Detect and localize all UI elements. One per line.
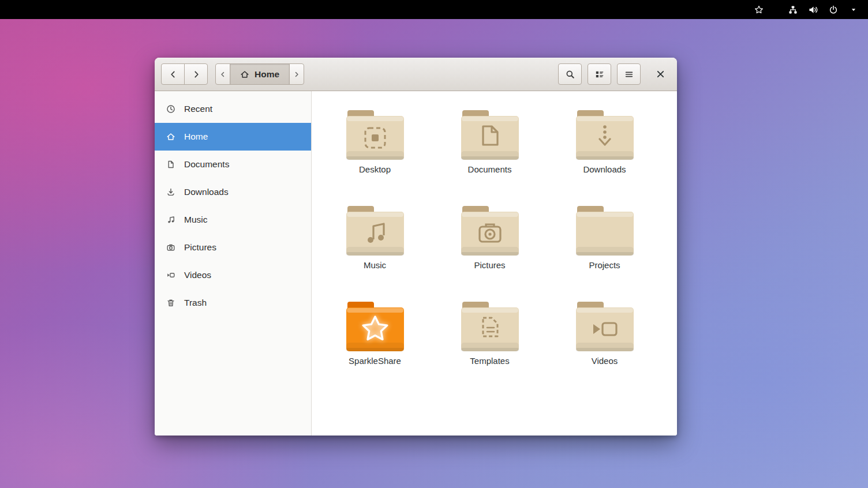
sidebar-item-label: Music [184,215,207,225]
sidebar-item-downloads[interactable]: Downloads [155,178,311,206]
sidebar-item-pictures[interactable]: Pictures [155,234,311,261]
path-scroll-right-button[interactable] [289,63,304,85]
sidebar-item-label: Trash [184,298,207,308]
sidebar-item-home[interactable]: Home [155,123,311,151]
folder-icon [460,203,520,258]
file-manager-window: Home Recent Home Documents Downloads Mus… [155,58,677,436]
sidebar-item-label: Videos [184,270,211,280]
file-item-downloads[interactable]: Downloads [547,107,662,203]
sidebar-item-label: Documents [184,159,229,170]
file-item-templates[interactable]: Templates [432,299,547,395]
path-bar: Home [215,63,304,85]
system-top-bar [0,0,868,19]
toolbar-actions [552,63,671,85]
folder-icon [345,203,405,258]
sidebar-item-videos[interactable]: Videos [155,261,311,289]
sidebar-item-documents[interactable]: Documents [155,151,311,178]
file-item-videos[interactable]: Videos [547,299,662,395]
search-button[interactable] [558,63,582,85]
document-icon [166,160,175,169]
file-label: Pictures [474,260,505,270]
file-item-projects[interactable]: Projects [547,203,662,299]
file-label: Documents [468,164,512,174]
nav-button-group [161,63,208,85]
file-label: Templates [470,356,509,366]
file-label: SparkleShare [349,356,401,366]
clock-icon [166,104,175,114]
files-grid: Desktop Documents Downloads [312,91,677,436]
file-item-music[interactable]: Music [317,203,432,299]
file-label: Videos [592,356,618,366]
folder-icon [460,107,520,163]
trash-icon [166,298,175,307]
folder-icon [575,203,635,258]
location-home-button[interactable]: Home [230,63,290,85]
forward-button[interactable] [184,63,208,85]
menu-button[interactable] [617,63,641,85]
network-icon[interactable] [788,5,798,15]
headerbar: Home [155,58,677,91]
chevron-down-icon[interactable] [848,5,859,15]
topbar-icons [754,5,868,15]
window-content: Recent Home Documents Downloads Music Pi… [155,91,677,436]
view-list-button[interactable] [588,63,611,85]
video-icon [166,271,175,280]
sidebar-item-trash[interactable]: Trash [155,289,311,317]
folder-icon [575,107,635,163]
sidebar: Recent Home Documents Downloads Music Pi… [155,91,312,436]
file-label: Projects [589,260,620,270]
volume-icon[interactable] [808,5,818,15]
sidebar-item-music[interactable]: Music [155,206,311,234]
location-label: Home [255,69,279,80]
folder-icon [345,107,405,163]
star-icon[interactable] [754,5,764,15]
home-icon [240,70,249,79]
path-scroll-left-button[interactable] [215,63,230,85]
back-button[interactable] [161,63,185,85]
sidebar-item-label: Home [184,132,208,142]
music-icon [166,215,175,224]
file-label: Desktop [359,164,391,174]
download-icon [166,187,175,197]
sidebar-item-recent[interactable]: Recent [155,95,311,123]
sidebar-item-label: Recent [184,104,212,114]
camera-icon [166,243,175,252]
file-item-desktop[interactable]: Desktop [317,107,432,203]
home-icon [166,132,175,141]
file-item-documents[interactable]: Documents [432,107,547,203]
folder-icon [575,299,635,354]
folder-icon [460,299,520,354]
file-label: Music [364,260,386,270]
file-item-sparkleshare[interactable]: SparkleShare [317,299,432,395]
sidebar-item-label: Downloads [184,187,229,197]
close-button[interactable] [650,63,671,85]
file-label: Downloads [583,164,626,174]
sidebar-item-label: Pictures [184,242,216,253]
folder-icon [345,299,405,354]
file-item-pictures[interactable]: Pictures [432,203,547,299]
power-icon[interactable] [828,5,839,15]
